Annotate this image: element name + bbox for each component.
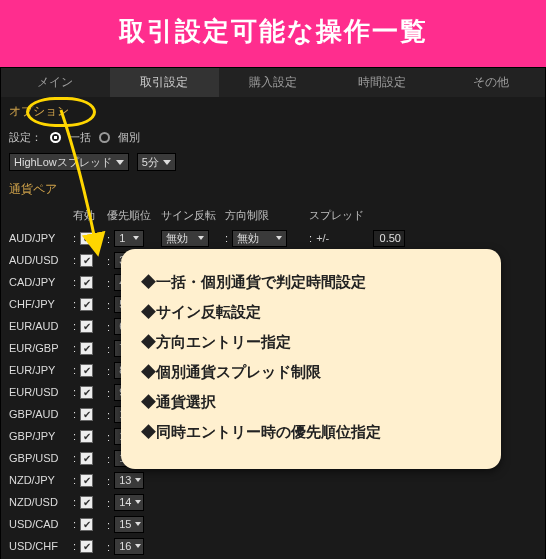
banner: 取引設定可能な操作一覧	[0, 0, 546, 67]
callout-item: ◆同時エントリー時の優先順位指定	[141, 417, 481, 447]
drag-handle-icon[interactable]: :	[107, 298, 111, 310]
priority-select[interactable]: 15	[114, 516, 144, 533]
spread-pm: +/-	[316, 232, 329, 244]
interval-select[interactable]: 5分	[137, 153, 176, 171]
pair-label: EUR/JPY	[9, 364, 69, 376]
drag-handle-icon[interactable]: :	[73, 496, 77, 508]
caret-down-icon	[163, 160, 171, 165]
drag-handle-icon[interactable]: :	[73, 232, 77, 244]
priority-select[interactable]: 14	[114, 494, 144, 511]
drag-handle-icon[interactable]: :	[107, 430, 111, 442]
tab-trade-settings[interactable]: 取引設定	[110, 68, 219, 97]
caret-down-icon	[198, 236, 204, 240]
drag-handle-icon[interactable]: :	[107, 540, 111, 552]
priority-value: 13	[119, 474, 131, 486]
drag-handle-icon[interactable]: :	[73, 518, 77, 530]
drag-handle-icon[interactable]: :	[107, 364, 111, 376]
column-headers: 有効 優先順位 サイン反転 方向制限 スプレッド	[1, 204, 545, 227]
enable-checkbox[interactable]: ✔	[80, 254, 93, 267]
drag-handle-icon[interactable]: :	[73, 298, 77, 310]
pair-label: GBP/AUD	[9, 408, 69, 420]
pair-label: AUD/USD	[9, 254, 69, 266]
drag-handle-icon[interactable]: :	[107, 254, 111, 266]
drag-handle-icon[interactable]: :	[73, 386, 77, 398]
drag-handle-icon[interactable]: :	[309, 232, 313, 244]
priority-select[interactable]: 16	[114, 538, 144, 555]
drag-handle-icon[interactable]: :	[73, 254, 77, 266]
pair-label: NZD/JPY	[9, 474, 69, 486]
drag-handle-icon[interactable]: :	[107, 496, 111, 508]
enable-checkbox[interactable]: ✔	[80, 232, 93, 245]
enable-checkbox[interactable]: ✔	[80, 496, 93, 509]
drag-handle-icon[interactable]: :	[107, 276, 111, 288]
col-reverse: サイン反転	[161, 208, 221, 223]
priority-value: 16	[119, 540, 131, 552]
enable-checkbox[interactable]: ✔	[80, 540, 93, 553]
drag-handle-icon[interactable]: :	[107, 342, 111, 354]
settings-label: 設定：	[9, 130, 42, 145]
strategy-select[interactable]: HighLowスプレッド	[9, 153, 129, 171]
pair-row: USD/CHF : ✔ : 16	[1, 535, 545, 557]
col-priority: 優先順位	[107, 208, 157, 223]
pair-label: EUR/AUD	[9, 320, 69, 332]
banner-title: 取引設定可能な操作一覧	[119, 16, 428, 46]
col-direction: 方向制限	[225, 208, 305, 223]
enable-checkbox[interactable]: ✔	[80, 408, 93, 421]
drag-handle-icon[interactable]: :	[73, 276, 77, 288]
enable-checkbox[interactable]: ✔	[80, 452, 93, 465]
drag-handle-icon[interactable]: :	[73, 408, 77, 420]
pair-label: USD/CHF	[9, 540, 69, 552]
enable-checkbox[interactable]: ✔	[80, 386, 93, 399]
enable-checkbox[interactable]: ✔	[80, 430, 93, 443]
drag-handle-icon[interactable]: :	[73, 430, 77, 442]
drag-handle-icon[interactable]: :	[107, 452, 111, 464]
interval-value: 5分	[142, 155, 159, 170]
caret-down-icon	[135, 544, 141, 548]
enable-checkbox[interactable]: ✔	[80, 298, 93, 311]
drag-handle-icon[interactable]: :	[107, 386, 111, 398]
pair-label: EUR/GBP	[9, 342, 69, 354]
drag-handle-icon[interactable]: :	[73, 342, 77, 354]
spread-input[interactable]: 0.50	[373, 230, 405, 247]
callout-item: ◆方向エントリー指定	[141, 327, 481, 357]
radio-individual[interactable]	[99, 132, 110, 143]
drag-handle-icon[interactable]: :	[225, 232, 229, 244]
drag-handle-icon[interactable]: :	[107, 320, 111, 332]
caret-down-icon	[116, 160, 124, 165]
enable-checkbox[interactable]: ✔	[80, 320, 93, 333]
direction-select[interactable]: 無効	[232, 230, 287, 247]
priority-value: 14	[119, 496, 131, 508]
drag-handle-icon[interactable]: :	[73, 452, 77, 464]
priority-select[interactable]: 1	[114, 230, 144, 247]
radio-bulk[interactable]	[50, 132, 61, 143]
caret-down-icon	[133, 236, 139, 240]
tab-time-settings[interactable]: 時間設定	[327, 68, 436, 97]
pair-row: NZD/USD : ✔ : 14	[1, 491, 545, 513]
strategy-value: HighLowスプレッド	[14, 155, 112, 170]
drag-handle-icon[interactable]: :	[107, 474, 111, 486]
direction-value: 無効	[237, 231, 259, 246]
drag-handle-icon[interactable]: :	[107, 408, 111, 420]
priority-select[interactable]: 13	[114, 472, 144, 489]
pair-label: EUR/USD	[9, 386, 69, 398]
reverse-select[interactable]: 無効	[161, 230, 209, 247]
caret-down-icon	[135, 522, 141, 526]
enable-checkbox[interactable]: ✔	[80, 276, 93, 289]
drag-handle-icon[interactable]: :	[73, 320, 77, 332]
tab-purchase-settings[interactable]: 購入設定	[219, 68, 328, 97]
pair-row: AUD/JPY : ✔ : 1 無効 : 無効 : +/- 0.50	[1, 227, 545, 249]
tab-main[interactable]: メイン	[1, 68, 110, 97]
drag-handle-icon[interactable]: :	[73, 474, 77, 486]
drag-handle-icon[interactable]: :	[73, 540, 77, 552]
enable-checkbox[interactable]: ✔	[80, 342, 93, 355]
pair-label: CHF/JPY	[9, 298, 69, 310]
drag-handle-icon[interactable]: :	[107, 518, 111, 530]
enable-checkbox[interactable]: ✔	[80, 474, 93, 487]
pair-section-label: 通貨ペア	[1, 175, 545, 204]
drag-handle-icon[interactable]: :	[107, 232, 111, 244]
drag-handle-icon[interactable]: :	[73, 364, 77, 376]
tab-bar: メイン 取引設定 購入設定 時間設定 その他	[1, 68, 545, 97]
enable-checkbox[interactable]: ✔	[80, 364, 93, 377]
tab-other[interactable]: その他	[436, 68, 545, 97]
enable-checkbox[interactable]: ✔	[80, 518, 93, 531]
